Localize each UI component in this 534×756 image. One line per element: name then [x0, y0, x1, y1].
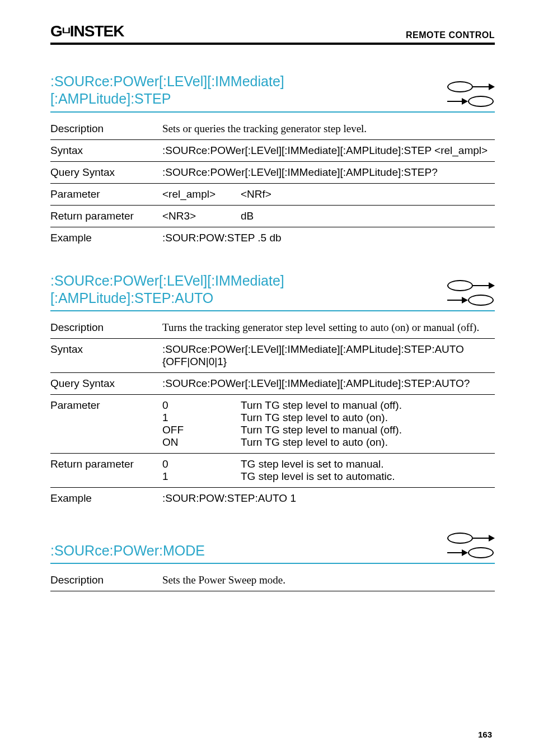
- param-type: <NRf>: [241, 188, 495, 200]
- label: Query Syntax: [50, 377, 162, 390]
- command-section-step: :SOURce:POWer[:LEVel][:IMMediate] [:AMPL…: [50, 73, 495, 249]
- header-section-label: REMOTE CONTROL: [406, 30, 495, 40]
- section-title: :SOURce:POWer:MODE: [50, 542, 205, 559]
- section-title: :SOURce:POWer[:LEVel][:IMMediate] [:AMPL…: [50, 272, 284, 307]
- row-syntax: Syntax :SOURce:POWer[:LEVel][:IMMediate]…: [50, 339, 495, 373]
- row-description: Description Sets or queries the tracking…: [50, 118, 495, 140]
- value: :SOUR:POW:STEP .5 db: [162, 232, 495, 244]
- command-section-step-auto: :SOURce:POWer[:LEVel][:IMMediate] [:AMPL…: [50, 272, 495, 510]
- param-desc: Turn TG step level to auto (on).: [241, 436, 495, 449]
- label: Return parameter: [50, 458, 162, 483]
- set-query-arrows: [447, 533, 495, 559]
- title-line1: :SOURce:POWer:MODE: [50, 543, 205, 558]
- title-line2: [:AMPLitude]:STEP:AUTO: [50, 290, 213, 306]
- value: :SOURce:POWer[:LEVel][:IMMediate][:AMPLi…: [162, 144, 495, 157]
- logo: G⊔INSTEK: [50, 22, 124, 40]
- value: :SOURce:POWer[:LEVel][:IMMediate][:AMPLi…: [162, 377, 495, 390]
- query-arrow-icon: [447, 96, 495, 107]
- page-number: 163: [478, 730, 492, 739]
- label: Return parameter: [50, 210, 162, 222]
- param-desc: Turn TG step level to auto (on).: [241, 412, 495, 424]
- label: Example: [50, 492, 162, 505]
- row-query-syntax: Query Syntax :SOURce:POWer[:LEVel][:IMMe…: [50, 162, 495, 184]
- param-opt: ON: [162, 436, 241, 449]
- section-title: :SOURce:POWer[:LEVel][:IMMediate] [:AMPL…: [50, 73, 284, 108]
- row-return-parameter: Return parameter 0TG step level is set t…: [50, 454, 495, 488]
- title-line1: :SOURce:POWer[:LEVel][:IMMediate]: [50, 73, 284, 89]
- row-syntax: Syntax :SOURce:POWer[:LEVel][:IMMediate]…: [50, 140, 495, 162]
- param-desc: Turn TG step level to manual (off).: [241, 399, 495, 412]
- label: Syntax: [50, 343, 162, 368]
- return-opt: 1: [162, 470, 241, 483]
- return-opt: 0: [162, 458, 241, 470]
- set-query-arrows: [447, 280, 495, 307]
- return-type: <NR3>: [162, 210, 241, 222]
- param-desc: Turn TG step level to manual (off).: [241, 424, 495, 436]
- row-example: Example :SOUR:POW:STEP .5 db: [50, 227, 495, 249]
- label: Description: [50, 123, 162, 135]
- row-parameter: Parameter 0Turn TG step level to manual …: [50, 395, 495, 454]
- query-arrow-icon: [447, 295, 495, 306]
- return-desc: TG step level is set to automatic.: [241, 470, 495, 483]
- value: :SOUR:POW:STEP:AUTO 1: [162, 492, 495, 505]
- label: Example: [50, 232, 162, 244]
- title-line1: :SOURce:POWer[:LEVel][:IMMediate]: [50, 273, 284, 288]
- title-line2: [:AMPLitude]:STEP: [50, 91, 171, 106]
- return-desc: TG step level is set to manual.: [241, 458, 495, 470]
- label: Description: [50, 321, 162, 334]
- label: Parameter: [50, 399, 162, 449]
- row-parameter: Parameter <rel_ampl> <NRf>: [50, 184, 495, 206]
- value: :SOURce:POWer[:LEVel][:IMMediate][:AMPLi…: [162, 166, 495, 179]
- label: Syntax: [50, 144, 162, 157]
- value: Sets the Power Sweep mode.: [162, 574, 495, 586]
- value: :SOURce:POWer[:LEVel][:IMMediate][:AMPLi…: [162, 343, 495, 368]
- label: Query Syntax: [50, 166, 162, 179]
- row-description: Description Turns the tracking generator…: [50, 317, 495, 339]
- row-example: Example :SOUR:POW:STEP:AUTO 1: [50, 488, 495, 509]
- set-arrow-icon: [447, 81, 495, 92]
- row-description: Description Sets the Power Sweep mode.: [50, 570, 495, 591]
- value: Sets or queries the tracking generator s…: [162, 123, 495, 135]
- param-opt: OFF: [162, 424, 241, 436]
- param-name: <rel_ampl>: [162, 188, 241, 200]
- param-opt: 0: [162, 399, 241, 412]
- return-unit: dB: [241, 210, 495, 222]
- command-section-mode: :SOURce:POWer:MODE Description Sets the …: [50, 533, 495, 591]
- set-arrow-icon: [447, 280, 495, 291]
- row-return-parameter: Return parameter <NR3> dB: [50, 206, 495, 227]
- label: Description: [50, 574, 162, 586]
- set-query-arrows: [447, 81, 495, 108]
- page-header: G⊔INSTEK REMOTE CONTROL: [50, 22, 495, 45]
- row-query-syntax: Query Syntax :SOURce:POWer[:LEVel][:IMMe…: [50, 373, 495, 395]
- param-opt: 1: [162, 412, 241, 424]
- set-arrow-icon: [447, 533, 495, 544]
- label: Parameter: [50, 188, 162, 200]
- query-arrow-icon: [447, 547, 495, 558]
- value: Turns the tracking generator step level …: [162, 321, 495, 334]
